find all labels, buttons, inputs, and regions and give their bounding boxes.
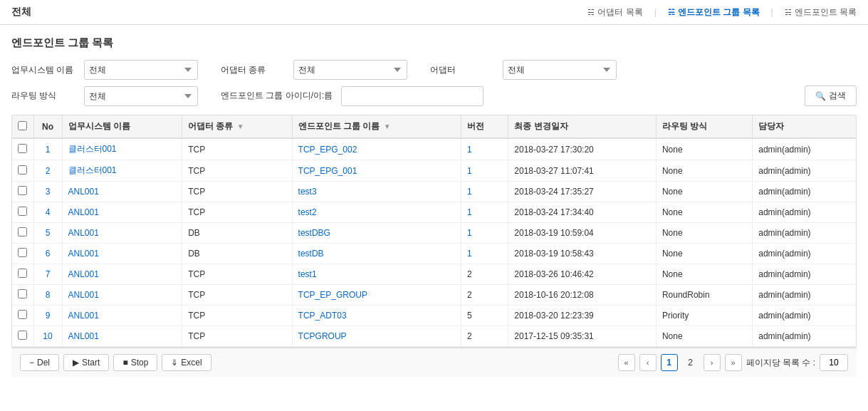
header-no: No (33, 115, 62, 138)
stop-button[interactable]: ■ Stop (113, 354, 157, 371)
row-no: 9 (33, 306, 62, 326)
routing-select[interactable]: 전체 (84, 86, 198, 106)
row-no-link[interactable]: 6 (46, 249, 51, 259)
epg-id-input[interactable] (341, 86, 483, 106)
row-no-link[interactable]: 2 (46, 166, 51, 176)
nav-endpoint-list[interactable]: ☵ 엔드포인트 목록 (785, 6, 857, 19)
sort-icon-epg-name[interactable]: ▼ (384, 123, 391, 130)
row-epg-name: test2 (292, 202, 461, 223)
row-checkbox[interactable] (18, 248, 27, 257)
row-version: 2 (461, 285, 508, 306)
select-all-checkbox[interactable] (18, 121, 27, 130)
start-icon: ▶ (73, 358, 79, 368)
row-epg-name-link[interactable]: testDBG (298, 228, 330, 238)
row-version-link[interactable]: 1 (467, 145, 472, 155)
table-row: 1클러스터001TCPTCP_EPG_00212018-03-27 17:30:… (12, 138, 856, 160)
row-epg-name-link[interactable]: TCP_EP_GROUP (298, 290, 367, 300)
breadcrumb: 전체 (11, 6, 31, 19)
row-version-link[interactable]: 1 (467, 249, 472, 259)
row-epg-name-link[interactable]: TCP_ADT03 (298, 311, 347, 321)
page-title: 엔드포인트 그룹 목록 (11, 36, 857, 50)
row-epg-name-link[interactable]: test2 (298, 207, 317, 217)
del-button[interactable]: − Del (20, 354, 59, 371)
row-no: 1 (33, 138, 62, 160)
row-adapter-type: TCP (182, 182, 292, 202)
row-routing: None (656, 202, 752, 223)
row-biz-system-link[interactable]: ANL001 (68, 331, 99, 341)
sort-icon-adapter-type[interactable]: ▼ (237, 123, 244, 130)
row-routing: None (656, 326, 752, 347)
row-version: 1 (461, 244, 508, 264)
last-page-button[interactable]: » (725, 354, 742, 371)
row-no-link[interactable]: 9 (46, 311, 51, 321)
row-adapter-type: TCP (182, 326, 292, 347)
row-no-link[interactable]: 8 (46, 290, 51, 300)
row-last-modified: 2018-03-20 12:23:39 (508, 306, 657, 326)
row-checkbox[interactable] (18, 144, 27, 153)
row-biz-system-link[interactable]: 클러스터001 (68, 144, 117, 154)
row-checkbox[interactable] (18, 207, 27, 216)
row-checkbox[interactable] (18, 269, 27, 278)
row-epg-name-link[interactable]: test1 (298, 269, 317, 279)
row-biz-system-link[interactable]: ANL001 (68, 249, 99, 259)
row-epg-name-link[interactable]: TCPGROUP (298, 331, 347, 341)
nav-epg-list[interactable]: ☵ 엔드포인트 그룹 목록 (668, 6, 760, 19)
page-2-button[interactable]: 2 (682, 354, 699, 371)
row-checkbox[interactable] (18, 227, 27, 236)
row-checkbox[interactable] (18, 289, 27, 298)
adapter-type-select[interactable]: 전체 (293, 60, 407, 80)
row-biz-system-link[interactable]: ANL001 (68, 187, 99, 197)
row-version-link[interactable]: 1 (467, 228, 472, 238)
row-biz-system-link[interactable]: 클러스터001 (68, 165, 117, 175)
row-no-link[interactable]: 5 (46, 228, 51, 238)
row-no-link[interactable]: 7 (46, 269, 51, 279)
row-adapter-type: TCP (182, 306, 292, 326)
row-no-link[interactable]: 10 (43, 331, 52, 341)
search-button[interactable]: 🔍 검색 (805, 85, 857, 106)
row-checkbox[interactable] (18, 165, 27, 175)
row-checkbox-cell (12, 264, 33, 285)
row-epg-name-link[interactable]: TCP_EPG_002 (298, 145, 357, 155)
table-row: 6ANL001DBtestDB12018-03-19 10:58:43Nonea… (12, 244, 856, 264)
start-button[interactable]: ▶ Start (63, 354, 109, 371)
data-table-container: No 업무시스템 이름 어댑터 종류 ▼ 엔드포인트 그룹 이름 ▼ 버전 최종… (11, 115, 857, 348)
row-checkbox-cell (12, 182, 33, 202)
page-size-input[interactable] (820, 354, 848, 371)
row-epg-name-link[interactable]: test3 (298, 187, 317, 197)
row-no-link[interactable]: 1 (46, 145, 51, 155)
first-page-button[interactable]: « (618, 354, 635, 371)
row-checkbox[interactable] (18, 310, 27, 319)
prev-page-button[interactable]: ‹ (639, 354, 657, 371)
row-version-link[interactable]: 1 (467, 207, 472, 217)
row-biz-system-link[interactable]: ANL001 (68, 228, 99, 238)
current-page-button[interactable]: 1 (661, 354, 678, 371)
row-routing: None (656, 138, 752, 160)
biz-system-select[interactable]: 전체 (84, 60, 198, 80)
row-epg-name-link[interactable]: TCP_EPG_001 (298, 166, 357, 176)
table-row: 7ANL001TCPtest122018-03-26 10:46:42Nonea… (12, 264, 856, 285)
row-no-link[interactable]: 3 (46, 187, 51, 197)
row-biz-system-link[interactable]: ANL001 (68, 269, 99, 279)
row-biz-system-link[interactable]: ANL001 (68, 311, 99, 321)
row-no-link[interactable]: 4 (46, 207, 51, 217)
excel-button[interactable]: ⇓ Excel (162, 354, 211, 371)
table-row: 8ANL001TCPTCP_EP_GROUP22018-10-16 20:12:… (12, 285, 856, 306)
row-checkbox[interactable] (18, 186, 27, 195)
row-biz-system: ANL001 (62, 182, 182, 202)
nav-links: ☵ 어댑터 목록 | ☵ 엔드포인트 그룹 목록 | ☵ 엔드포인트 목록 (587, 6, 857, 19)
row-checkbox-cell (12, 326, 33, 347)
adapter-select[interactable]: 전체 (503, 60, 617, 80)
row-checkbox[interactable] (18, 331, 27, 340)
row-epg-name: test1 (292, 264, 461, 285)
row-biz-system-link[interactable]: ANL001 (68, 207, 99, 217)
row-epg-name: TCP_EPG_002 (292, 138, 461, 160)
row-epg-name-link[interactable]: testDB (298, 249, 324, 259)
row-biz-system: 클러스터001 (62, 138, 182, 160)
nav-adapter-list[interactable]: ☵ 어댑터 목록 (587, 6, 642, 19)
next-page-button[interactable]: › (704, 354, 721, 371)
row-version-link[interactable]: 1 (467, 187, 472, 197)
row-biz-system-link[interactable]: ANL001 (68, 290, 99, 300)
row-version: 1 (461, 223, 508, 244)
row-version: 1 (461, 160, 508, 182)
row-version-link[interactable]: 1 (467, 166, 472, 176)
